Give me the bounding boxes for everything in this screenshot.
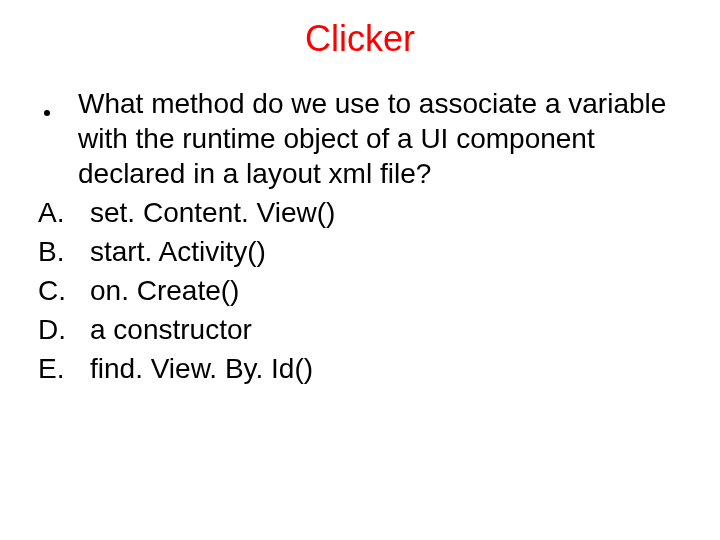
question-row: What method do we use to associate a var…: [38, 86, 682, 191]
slide-content: What method do we use to associate a var…: [38, 86, 682, 386]
option-text: a constructor: [90, 312, 682, 347]
option-row: D. a constructor: [38, 312, 682, 347]
bullet-marker: [38, 86, 78, 191]
option-letter: E.: [38, 351, 90, 386]
option-row: E. find. View. By. Id(): [38, 351, 682, 386]
option-text: on. Create(): [90, 273, 682, 308]
option-letter: A.: [38, 195, 90, 230]
option-row: A. set. Content. View(): [38, 195, 682, 230]
option-text: start. Activity(): [90, 234, 682, 269]
option-letter: D.: [38, 312, 90, 347]
option-letter: C.: [38, 273, 90, 308]
slide-title: Clicker: [38, 18, 682, 60]
option-row: C. on. Create(): [38, 273, 682, 308]
option-text: set. Content. View(): [90, 195, 682, 230]
option-letter: B.: [38, 234, 90, 269]
option-text: find. View. By. Id(): [90, 351, 682, 386]
option-row: B. start. Activity(): [38, 234, 682, 269]
question-text: What method do we use to associate a var…: [78, 86, 682, 191]
bullet-icon: [44, 110, 50, 116]
